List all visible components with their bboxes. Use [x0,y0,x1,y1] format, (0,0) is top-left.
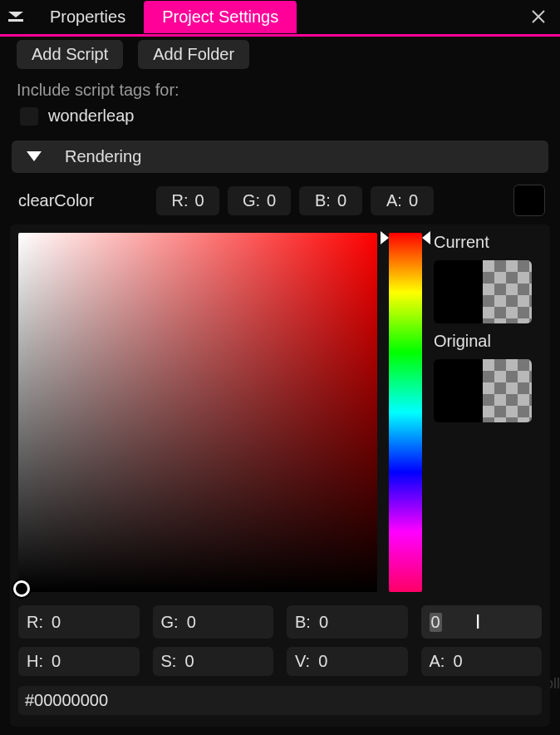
picker-h-field[interactable]: H: 0 [18,647,140,676]
tab-properties[interactable]: Properties [32,1,144,33]
wonderleap-label: wonderleap [48,106,134,126]
clearcolor-b-field[interactable]: B:0 [299,186,362,215]
include-script-tags-label: Include script tags for: [17,81,543,100]
clearcolor-a-field[interactable]: A:0 [371,186,434,215]
tab-bar: Properties Project Settings [0,0,560,37]
text-caret-icon: I [475,610,481,634]
chevron-down-icon [27,151,42,163]
clearcolor-label: clearColor [15,191,148,210]
original-color-swatch[interactable] [434,359,532,422]
hue-slider[interactable] [389,233,422,592]
add-script-button[interactable]: Add Script [17,40,123,69]
current-color-swatch [434,260,532,323]
picker-r-field[interactable]: R: 0 [18,605,140,639]
svg-marker-0 [8,12,23,17]
hue-handle-right-icon [422,231,430,244]
color-picker: Current Original R: 0 G: 0 B: 0 [10,224,550,727]
picker-alpha-top-field[interactable]: 0 I [421,605,543,639]
rendering-section-header[interactable]: Rendering [12,141,548,173]
picker-hex-field[interactable]: #00000000 [18,686,542,715]
tab-project-settings[interactable]: Project Settings [144,1,297,33]
picker-v-field[interactable]: V: 0 [287,647,408,676]
clearcolor-g-field[interactable]: G:0 [228,186,291,215]
panel-toggle-icon[interactable] [0,12,32,23]
sv-handle[interactable] [13,580,30,597]
add-folder-button[interactable]: Add Folder [138,40,249,69]
original-color-label: Original [434,332,542,351]
picker-a-field[interactable]: A: 0 [421,647,543,676]
rendering-section-title: Rendering [65,147,141,166]
close-icon[interactable] [530,8,547,28]
clearcolor-swatch[interactable] [513,185,545,216]
svg-marker-4 [27,151,42,161]
picker-s-field[interactable]: S: 0 [153,647,274,676]
svg-rect-1 [8,19,23,22]
picker-g-field[interactable]: G: 0 [153,605,274,639]
wonderleap-checkbox[interactable] [20,107,38,126]
hue-handle-left-icon [381,231,389,244]
picker-b-field[interactable]: B: 0 [287,605,408,639]
current-color-label: Current [434,233,542,252]
clearcolor-r-field[interactable]: R:0 [156,186,219,215]
saturation-value-area[interactable] [18,233,377,592]
